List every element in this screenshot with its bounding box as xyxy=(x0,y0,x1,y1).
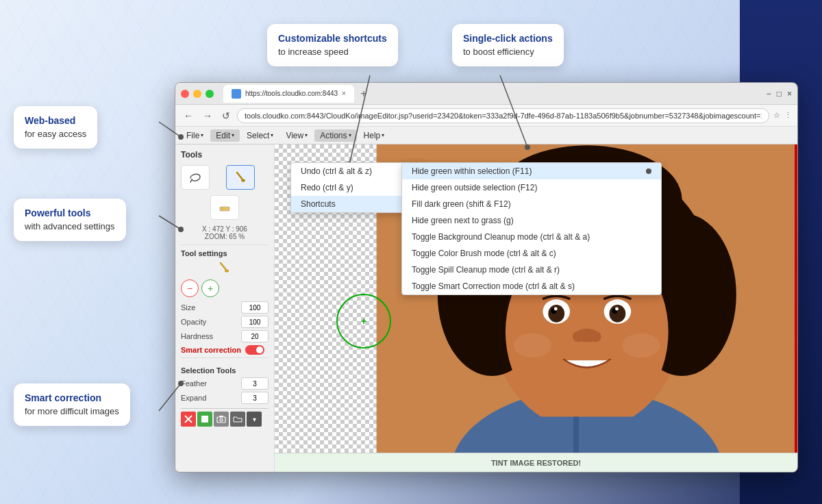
callout-powerful-subtitle: with advanced settings xyxy=(25,220,115,233)
address-input[interactable] xyxy=(237,108,769,123)
action-item-2[interactable]: Fill dark green (shift & F12) xyxy=(402,196,661,212)
size-controls: − + xyxy=(181,279,269,297)
increase-size-btn[interactable]: + xyxy=(201,279,219,297)
smart-correction-toggle[interactable] xyxy=(245,345,264,355)
action-item-3[interactable]: Hide green next to grass (g) xyxy=(402,212,661,229)
hardness-label: Hardness xyxy=(181,332,213,340)
tool-settings-title: Tool settings xyxy=(181,244,269,257)
callout-shortcuts: Customizable shortcuts to increase speed xyxy=(267,24,398,66)
callout-web-title: Web-based xyxy=(25,114,86,127)
browser-min-btn[interactable] xyxy=(193,90,201,98)
brush-icon-row xyxy=(181,260,269,275)
selection-tools-section: Selection Tools Feather Expand xyxy=(181,357,269,404)
svg-rect-38 xyxy=(795,144,797,472)
minimize-icon[interactable]: − xyxy=(767,89,771,99)
opacity-label: Opacity xyxy=(181,318,206,326)
svg-point-35 xyxy=(622,333,660,358)
svg-rect-3 xyxy=(220,207,229,211)
svg-point-30 xyxy=(615,307,619,311)
svg-point-2 xyxy=(241,179,245,182)
callout-smart-subtitle: for more difficult images xyxy=(25,405,119,418)
action-dot-0 xyxy=(646,168,651,174)
opacity-setting-row: Opacity xyxy=(181,316,269,328)
menu-help[interactable]: Help ▾ xyxy=(358,129,390,142)
callout-actions-title: Single-click actions xyxy=(463,32,553,45)
action-item-0[interactable]: Hide green within selection (F11) xyxy=(402,163,661,179)
size-setting-row: Size xyxy=(181,301,269,314)
expand-input[interactable] xyxy=(241,392,269,404)
menu-view[interactable]: View ▾ xyxy=(280,129,313,142)
smart-correction-row: Smart correction xyxy=(181,345,269,355)
maximize-icon[interactable]: □ xyxy=(777,89,782,99)
hardness-input[interactable] xyxy=(241,330,269,342)
active-tab[interactable]: https://tools.cloudko.com:8443 × xyxy=(223,85,354,103)
action-item-5[interactable]: Toggle Color Brush mode (ctrl & alt & c) xyxy=(402,245,661,262)
tools-title: Tools xyxy=(181,150,269,160)
opacity-input[interactable] xyxy=(241,316,269,328)
red-action-btn[interactable] xyxy=(181,412,196,427)
window-controls: − □ × xyxy=(767,89,792,99)
svg-point-29 xyxy=(554,307,558,311)
menu-file[interactable]: File ▾ xyxy=(181,129,209,142)
browser-chrome: https://tools.cloudko.com:8443 × + − □ × xyxy=(175,83,797,105)
folder-btn[interactable] xyxy=(230,412,245,427)
new-tab-button[interactable]: + xyxy=(357,87,371,101)
svg-line-1 xyxy=(237,173,242,179)
feather-input[interactable] xyxy=(241,377,269,390)
close-icon[interactable]: × xyxy=(787,89,792,99)
expand-row: Expand xyxy=(181,392,269,404)
callout-powerful-tools: Powerful tools with advanced settings xyxy=(14,199,126,241)
brush-tool-btn[interactable] xyxy=(226,165,255,190)
tab-close-icon[interactable]: × xyxy=(342,90,346,97)
callout-shortcuts-title: Customizable shortcuts xyxy=(278,32,387,45)
forward-button[interactable]: → xyxy=(200,109,215,123)
menu-select[interactable]: Select ▾ xyxy=(241,129,279,142)
eraser-tool-btn[interactable] xyxy=(210,195,239,220)
status-message: TINT IMAGE RESTORED! xyxy=(491,459,581,467)
action-label-1: Hide green outside selection (F12) xyxy=(412,183,537,192)
menu-edit[interactable]: Edit ▾ xyxy=(210,129,240,142)
back-button[interactable]: ← xyxy=(181,109,196,123)
size-label: Size xyxy=(181,303,195,312)
actions-dropdown-menu: Hide green within selection (F11) Hide g… xyxy=(401,162,662,295)
callout-web-subtitle: for easy access xyxy=(25,128,86,140)
callout-smart-correction: Smart correction for more difficult imag… xyxy=(14,383,130,426)
browser-window: https://tools.cloudko.com:8443 × + − □ ×… xyxy=(175,82,798,473)
action-label-6: Toggle Spill Cleanup mode (ctrl & alt & … xyxy=(412,265,560,275)
action-item-7[interactable]: Toggle Smart Correction mode (ctrl & alt… xyxy=(402,278,661,294)
svg-rect-9 xyxy=(201,416,208,423)
bookmark-icon[interactable]: ☆ xyxy=(773,111,780,120)
callout-actions: Single-click actions to boost efficiency xyxy=(452,24,564,66)
feather-label: Feather xyxy=(181,379,207,388)
browser-close-btn[interactable] xyxy=(181,90,189,98)
action-item-6[interactable]: Toggle Spill Cleanup mode (ctrl & alt & … xyxy=(402,262,661,278)
camera-btn[interactable] xyxy=(214,412,229,427)
green-action-btn[interactable] xyxy=(197,412,212,427)
menu-bar: File ▾ Edit ▾ Select ▾ View ▾ Actions ▾ … xyxy=(175,127,797,144)
reload-button[interactable]: ↺ xyxy=(219,109,233,123)
action-label-2: Fill dark green (shift & F12) xyxy=(412,199,511,209)
brush-settings-icon xyxy=(217,260,232,275)
action-item-4[interactable]: Toggle Background Cleanup mode (ctrl & a… xyxy=(402,229,661,245)
menu-dots-icon[interactable]: ⋮ xyxy=(784,111,792,120)
address-bar: ← → ↺ ☆ ⋮ xyxy=(175,105,797,127)
size-input[interactable] xyxy=(241,301,269,314)
tab-title: https://tools.cloudko.com:8443 xyxy=(245,90,338,97)
shortcuts-label: Shortcuts xyxy=(301,199,336,209)
menu-actions[interactable]: Actions ▾ xyxy=(314,129,356,142)
more-btn[interactable]: ▾ xyxy=(247,412,262,427)
lasso-tool-btn[interactable] xyxy=(181,165,210,190)
action-label-4: Toggle Background Cleanup mode (ctrl & a… xyxy=(412,232,590,242)
smart-correction-label: Smart correction xyxy=(181,346,241,354)
action-item-1[interactable]: Hide green outside selection (F12) xyxy=(402,179,661,196)
svg-rect-12 xyxy=(219,416,223,417)
svg-point-32 xyxy=(573,331,584,342)
svg-line-5 xyxy=(221,263,226,270)
coordinates-display: X : 472 Y : 906 ZOOM: 65 % xyxy=(181,225,269,240)
callout-shortcuts-subtitle: to increase speed xyxy=(278,46,387,58)
action-label-3: Hide green next to grass (g) xyxy=(412,216,514,225)
browser-max-btn[interactable] xyxy=(206,90,214,98)
svg-point-6 xyxy=(225,270,229,273)
svg-point-34 xyxy=(514,333,551,358)
decrease-size-btn[interactable]: − xyxy=(181,279,199,297)
